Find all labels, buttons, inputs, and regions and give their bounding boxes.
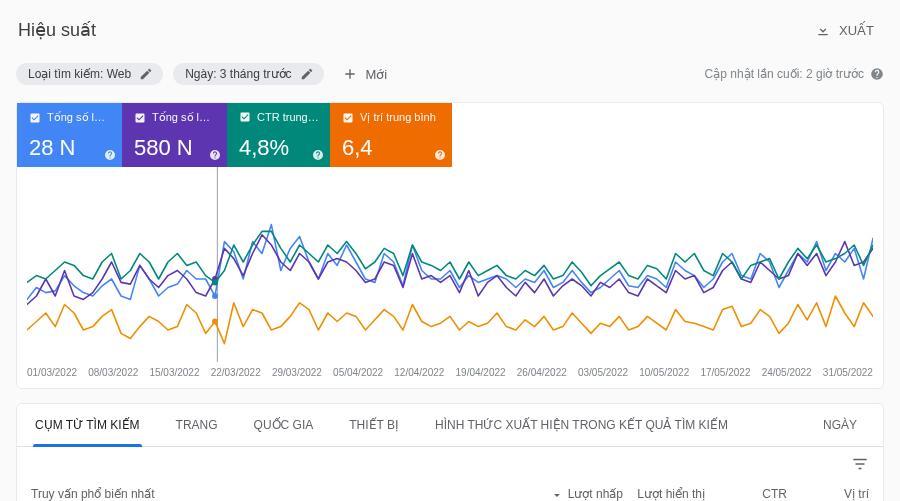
add-filter-button[interactable]: Mới: [334, 62, 396, 86]
x-axis-tick: 15/03/2022: [149, 367, 199, 378]
metric-clicks[interactable]: Tổng số lượt nh... 28 N: [17, 103, 122, 167]
x-axis-tick: 22/03/2022: [211, 367, 261, 378]
tab-5[interactable]: NGÀY: [805, 404, 875, 446]
chip-label: Loại tìm kiếm: Web: [28, 67, 131, 81]
help-icon[interactable]: [209, 149, 221, 161]
help-icon[interactable]: [104, 149, 116, 161]
column-ctr[interactable]: CTR: [705, 487, 787, 501]
metric-label: Tổng số lượt nh...: [47, 111, 112, 124]
svg-point-3: [212, 279, 218, 285]
x-axis-tick: 01/03/2022: [27, 367, 77, 378]
filter-chip-search-type[interactable]: Loại tìm kiếm: Web: [16, 63, 163, 85]
metric-value: 6,4: [342, 137, 442, 159]
x-axis-tick: 10/05/2022: [639, 367, 689, 378]
pencil-icon: [139, 67, 153, 81]
arrow-down-icon: [550, 487, 564, 501]
metric-label: CTR trung bình: [257, 111, 320, 123]
add-filter-label: Mới: [366, 67, 388, 82]
page-title: Hiệu suất: [18, 19, 96, 41]
column-impressions[interactable]: Lượt hiển thị: [623, 487, 705, 501]
checkbox-icon: [342, 112, 354, 124]
metric-label: Tổng số lượt hiể...: [152, 111, 217, 124]
x-axis-tick: 17/05/2022: [700, 367, 750, 378]
filters-left: Loại tìm kiếm: Web Ngày: 3 tháng trước M…: [16, 62, 395, 86]
filter-chip-date[interactable]: Ngày: 3 tháng trước: [173, 63, 323, 85]
chart-area[interactable]: [17, 167, 883, 367]
column-clicks[interactable]: Lượt nhấp: [541, 487, 623, 501]
metric-impressions[interactable]: Tổng số lượt hiể... 580 N: [122, 103, 227, 167]
table-header: Truy vấn phổ biến nhất Lượt nhấp Lượt hi…: [17, 481, 883, 501]
queries-table-card: CỤM TỪ TÌM KIẾMTRANGQUỐC GIATHIẾT BỊHÌNH…: [16, 403, 884, 501]
svg-point-1: [212, 293, 218, 299]
metric-ctr[interactable]: CTR trung bình 4,8%: [227, 103, 330, 167]
column-position[interactable]: Vị trí: [787, 487, 869, 501]
metric-label: Vị trí trung bình: [360, 111, 436, 124]
updated-label: Cập nhật lần cuối: 2 giờ trước: [705, 67, 864, 81]
column-query[interactable]: Truy vấn phổ biến nhất: [31, 487, 541, 501]
plus-icon: [342, 66, 358, 82]
metric-position[interactable]: Vị trí trung bình 6,4: [330, 103, 452, 167]
metric-value: 580 N: [134, 137, 217, 159]
svg-point-4: [212, 319, 218, 325]
metric-tiles: Tổng số lượt nh... 28 N Tổng số lượt hiể…: [17, 103, 883, 167]
x-axis-tick: 31/05/2022: [823, 367, 873, 378]
chip-label: Ngày: 3 tháng trước: [185, 67, 291, 81]
performance-chart: [27, 167, 873, 367]
column-clicks-label: Lượt nhấp: [568, 487, 623, 501]
x-axis-tick: 08/03/2022: [88, 367, 138, 378]
x-axis-tick: 03/05/2022: [578, 367, 628, 378]
tab-0[interactable]: CỤM TỪ TÌM KIẾM: [17, 404, 158, 446]
x-axis-tick: 12/04/2022: [394, 367, 444, 378]
export-button[interactable]: XUẤT: [807, 16, 882, 44]
help-icon[interactable]: [312, 149, 324, 161]
x-axis-tick: 26/04/2022: [517, 367, 567, 378]
x-axis-tick: 24/05/2022: [762, 367, 812, 378]
table-tools: [17, 447, 883, 481]
tab-4[interactable]: HÌNH THỨC XUẤT HIỆN TRONG KẾT QUẢ TÌM KI…: [417, 404, 746, 446]
help-icon[interactable]: [434, 149, 446, 161]
x-axis-tick: 05/04/2022: [333, 367, 383, 378]
last-updated: Cập nhật lần cuối: 2 giờ trước: [705, 67, 884, 81]
filter-icon[interactable]: [851, 455, 869, 473]
x-axis-tick: 29/03/2022: [272, 367, 322, 378]
title-bar: Hiệu suất XUẤT: [16, 12, 884, 58]
tab-1[interactable]: TRANG: [158, 404, 236, 446]
download-icon: [815, 22, 831, 38]
checkbox-icon: [134, 112, 146, 124]
filters-row: Loại tìm kiếm: Web Ngày: 3 tháng trước M…: [16, 58, 884, 102]
performance-chart-card: Tổng số lượt nh... 28 N Tổng số lượt hiể…: [16, 102, 884, 389]
export-label: XUẤT: [839, 23, 874, 38]
tabs: CỤM TỪ TÌM KIẾMTRANGQUỐC GIATHIẾT BỊHÌNH…: [17, 404, 883, 447]
tab-2[interactable]: QUỐC GIA: [236, 404, 332, 446]
checkbox-icon: [29, 112, 41, 124]
tab-3[interactable]: THIẾT BỊ: [331, 404, 417, 446]
metric-value: 4,8%: [239, 137, 320, 159]
help-icon[interactable]: [870, 67, 884, 81]
metric-value: 28 N: [29, 137, 112, 159]
x-axis-tick: 19/04/2022: [456, 367, 506, 378]
pencil-icon: [300, 67, 314, 81]
chart-x-axis: 01/03/202208/03/202215/03/202222/03/2022…: [17, 367, 883, 388]
checkbox-icon: [239, 111, 251, 123]
